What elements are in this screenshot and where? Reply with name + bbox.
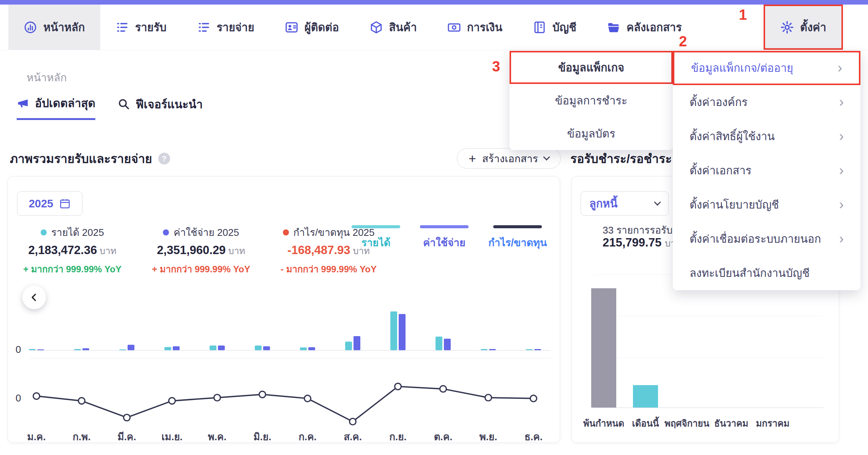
overview-title: ภาพรวมรายรับและรายจ่าย (10, 149, 152, 168)
year-value: 2025 (29, 197, 54, 210)
stat-value: 2,183,472.36 บาท (28, 243, 116, 258)
stat-yoy: - มากกว่า 999.99% YoY (281, 262, 377, 276)
package-submenu: ข้อมูลแพ็กเกจข้อมูลการชำระข้อมูลบัตร (510, 51, 673, 150)
settings-menu-item-1[interactable]: ตั้งค่าองค์กร› (673, 85, 860, 119)
menu-item-label: ตั้งค่าเอกสาร (690, 162, 751, 179)
package-submenu-item-1[interactable]: ข้อมูลการชำระ (510, 84, 673, 117)
tab-1[interactable]: ฟีเจอร์แนะนำ (117, 94, 203, 120)
help-icon[interactable]: ? (158, 153, 170, 164)
nav-item-products[interactable]: สินค้า (354, 5, 432, 50)
x-axis-label-เม.ย.: เม.ย. (149, 429, 195, 444)
nav-item-label: ตั้งค่า (800, 19, 826, 36)
nav-item-finance[interactable]: การเงิน (432, 5, 518, 50)
settings-menu-item-3[interactable]: ตั้งค่าเอกสาร› (673, 153, 860, 188)
legend-item-2[interactable]: กำไร/ขาดทุน (488, 225, 547, 251)
legend-item-0[interactable]: รายได้ (352, 225, 400, 251)
line-point-พ.ค. (214, 395, 221, 401)
chart-prev-button[interactable] (22, 286, 46, 309)
revenue-bar-ม.ค. (29, 349, 36, 350)
revenue-bar-ส.ค. (345, 342, 352, 350)
stat-1: ค่าใช้จ่าย 20252,351,960.29 บาท+ มากกว่า… (152, 224, 250, 276)
expense-bar-ม.ค. (37, 349, 44, 350)
stat-0: รายได้ 20252,183,472.36 บาท+ มากกว่า 999… (23, 224, 122, 276)
nav-item-income[interactable]: รายรับ (100, 5, 182, 50)
x-axis-label-ธ.ค.: ธ.ค. (511, 429, 556, 444)
x-axis-label-ม.ค.: ม.ค. (14, 429, 59, 444)
pending-amount: 215,799.75 บาท (603, 236, 682, 251)
legend-line-swatch (352, 225, 400, 228)
revenue-bar-เม.ย. (164, 347, 171, 350)
package-submenu-item-0[interactable]: ข้อมูลแพ็กเกจ (510, 51, 673, 84)
x-axis-label-มิ.ย.: มิ.ย. (240, 429, 285, 444)
chart-legend: รายได้ค่าใช้จ่ายกำไร/ขาดทุน (352, 225, 547, 251)
line-point-ก.ย. (395, 383, 401, 390)
settings-menu-item-0[interactable]: ข้อมูลแพ็กเกจ/ต่ออายุ› (673, 51, 860, 85)
nav-item-accounting[interactable]: บัญชี (518, 5, 592, 50)
nav-item-label: คลังเอกสาร (627, 19, 682, 36)
x-axis-label-ต.ค.: ต.ค. (420, 429, 466, 444)
nav-item-settings[interactable]: ตั้งค่า (764, 5, 843, 50)
line-point-เม.ย. (169, 398, 175, 404)
calendar-icon (59, 198, 71, 209)
expense-bar-พ.ย. (489, 349, 496, 350)
nav-item-home[interactable]: หน้าหลัก (8, 5, 100, 50)
line-point-พ.ย. (485, 395, 492, 401)
legend-item-1[interactable]: ค่าใช้จ่าย (420, 225, 469, 251)
annotation-step-2: 2 (679, 33, 687, 50)
settings-menu-item-2[interactable]: ตั้งค่าสิทธิ์ผู้ใช้งาน› (673, 119, 860, 153)
menu-item-label: ข้อมูลแพ็กเกจ/ต่ออายุ (691, 59, 793, 77)
stat-label-text: รายได้ 2025 (51, 224, 104, 240)
settings-icon (780, 21, 794, 34)
create-document-label: สร้างเอกสาร (482, 150, 538, 167)
stat-value-number: 2,351,960.29 (157, 243, 226, 257)
main-nav: หน้าหลักรายรับรายจ่ายผู้ติดต่อสินค้าการเ… (0, 5, 868, 50)
settings-menu-item-5[interactable]: ตั้งค่าเชื่อมต่อระบบภายนอก› (673, 222, 860, 256)
home-icon (24, 21, 37, 34)
package-submenu-item-2[interactable]: ข้อมูลบัตร (510, 117, 673, 150)
revenue-bar-มิ.ย. (255, 346, 262, 350)
chevron-right-icon: › (839, 198, 844, 212)
line-point-ก.พ. (79, 398, 85, 404)
debtor-selector[interactable]: ลูกหนี้ (581, 191, 669, 216)
nav-item-label: รายรับ (135, 19, 167, 36)
chevron-right-icon: › (839, 164, 844, 177)
revenue-bar-ธ.ค. (526, 349, 533, 350)
menu-item-label: ตั้งค่าเชื่อมต่อระบบภายนอก (690, 230, 821, 248)
nav-item-label: บัญชี (552, 19, 576, 36)
expense-bar-ต.ค. (444, 339, 451, 350)
stat-value: 2,351,960.29 บาท (157, 243, 245, 258)
settings-menu-item-6[interactable]: ลงทะเบียนสำนักงานบัญชี (673, 256, 860, 290)
top-accent-strip (0, 0, 868, 5)
nav-item-contacts[interactable]: ผู้ติดต่อ (270, 5, 354, 50)
tab-0[interactable]: อัปเดตล่าสุด (17, 94, 95, 120)
megaphone-icon (17, 97, 30, 110)
expense-icon (197, 21, 211, 34)
menu-item-label: ตั้งค่าสิทธิ์ผู้ใช้งาน (690, 128, 775, 145)
legend-label: รายได้ (361, 234, 391, 251)
products-icon (369, 21, 383, 34)
settings-menu-item-4[interactable]: ตั้งค่านโยบายบัญชี› (673, 188, 860, 222)
chevron-right-icon: › (839, 130, 844, 143)
line-point-มิ.ย. (259, 391, 266, 398)
revenue-expense-bar-chart (8, 289, 555, 357)
create-document-button[interactable]: + สร้างเอกสาร (457, 148, 561, 169)
expense-bar-พ.ค. (218, 346, 225, 350)
line-point-มี.ค. (124, 414, 130, 421)
chevron-down-icon (654, 199, 661, 205)
menu-item-label: ลงทะเบียนสำนักงานบัญชี (690, 264, 810, 282)
x-axis-label-มี.ค.: มี.ค. (104, 429, 150, 444)
pending-bar-พ้นกำหนด (591, 288, 616, 408)
x-axis-label-ก.ค.: ก.ค. (285, 429, 330, 444)
revenue-bar-ก.ค. (300, 348, 307, 350)
contacts-icon (285, 21, 298, 34)
year-selector[interactable]: 2025 (17, 191, 82, 216)
revenue-bar-พ.ค. (210, 346, 216, 350)
legend-line-swatch (420, 225, 469, 228)
nav-item-expense[interactable]: รายจ่าย (182, 5, 270, 50)
stat-value-unit: บาท (226, 246, 245, 256)
documents-icon (607, 21, 620, 34)
accounting-icon (533, 21, 546, 34)
expense-bar-มิ.ย. (263, 346, 270, 350)
submenu-item-label: ข้อมูลการชำระ (555, 92, 628, 109)
chevron-left-icon (28, 292, 40, 303)
